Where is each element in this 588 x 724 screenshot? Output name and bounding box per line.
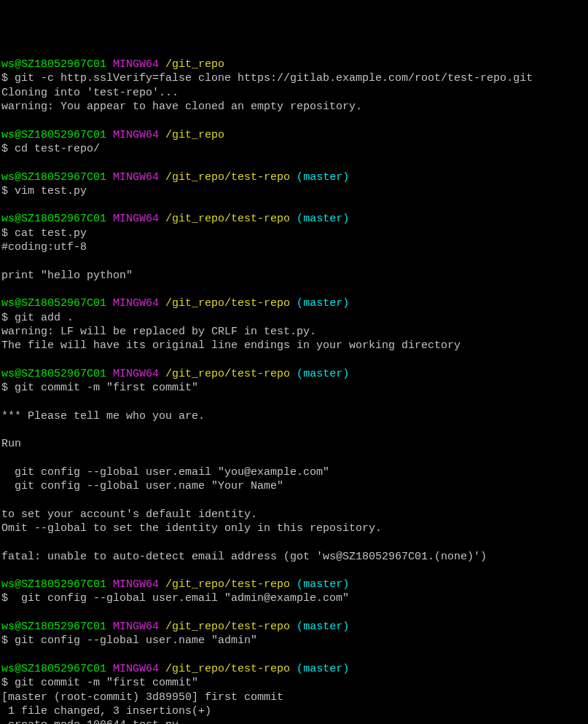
prompt-branch: master [303,171,342,184]
prompt-user: ws@SZ18052967C01 [1,578,106,591]
prompt-user: ws@SZ18052967C01 [1,368,106,380]
prompt-path: /git_repo/test-repo [165,213,290,225]
prompt-space [106,368,113,380]
cmd-cat: cat test.py [15,227,87,240]
prompt-dollar: $ [1,382,15,394]
prompt-dollar: $ [1,634,15,647]
prompt-branch: master [303,663,342,675]
prompt-space [159,213,165,225]
output-clone: Cloning into 'test-repo'... warning: You… [1,87,362,113]
cmd-vim: vim test.py [15,185,87,197]
prompt-path: /git_repo/test-repo [165,368,290,380]
prompt-branch-close: ) [342,621,349,633]
cmd-git-commit-fail: git commit -m "first commit" [15,382,198,394]
prompt-space [159,129,165,141]
prompt-space [106,663,113,675]
prompt-space [159,171,165,184]
prompt-user: ws@SZ18052967C01 [1,171,106,184]
prompt-path: /git_repo [165,58,224,71]
prompt-branch-open: ( [290,213,303,225]
prompt-branch-close: ) [342,171,349,184]
prompt-user: ws@SZ18052967C01 [1,129,106,141]
prompt-branch-open: ( [290,368,303,380]
prompt-dollar: $ [1,72,15,84]
prompt-space [159,368,165,380]
prompt-user: ws@SZ18052967C01 [1,297,106,310]
prompt-space [106,129,113,141]
prompt-space [159,58,165,71]
prompt-path: /git_repo/test-repo [165,621,290,633]
prompt-host: MINGW64 [113,663,159,675]
prompt-path: /git_repo/test-repo [165,578,290,591]
prompt-space [159,663,165,675]
prompt-branch-open: ( [290,297,303,310]
cmd-config-name: git config --global user.name "admin" [15,634,257,647]
prompt-space [159,578,165,591]
prompt-space [106,621,113,633]
output-commit-fail: *** Please tell me who you are. Run git … [1,410,487,563]
prompt-host: MINGW64 [113,621,159,633]
prompt-host: MINGW64 [113,297,159,310]
prompt-branch: master [303,297,342,310]
prompt-branch-close: ) [342,297,349,310]
prompt-dollar: $ [1,227,15,240]
prompt-user: ws@SZ18052967C01 [1,213,106,225]
prompt-user: ws@SZ18052967C01 [1,663,106,675]
prompt-user: ws@SZ18052967C01 [1,621,106,633]
cmd-git-commit: git commit -m "first commit" [15,677,198,689]
terminal-output[interactable]: ws@SZ18052967C01 MINGW64 /git_repo $ git… [1,58,533,724]
prompt-path: /git_repo/test-repo [165,171,290,184]
prompt-host: MINGW64 [113,129,159,141]
prompt-branch-open: ( [290,621,303,633]
cmd-git-clone: git -c http.sslVerify=false clone https:… [15,72,533,84]
prompt-branch-open: ( [290,578,303,591]
prompt-dollar: $ [1,312,15,324]
prompt-host: MINGW64 [113,368,159,380]
prompt-branch-close: ) [342,213,349,225]
prompt-dollar: $ [1,592,21,605]
prompt-user: ws@SZ18052967C01 [1,58,106,71]
prompt-host: MINGW64 [113,58,159,71]
cmd-cd: cd test-repo/ [15,143,100,155]
prompt-path: /git_repo [165,129,224,141]
prompt-dollar: $ [1,143,15,155]
prompt-host: MINGW64 [113,578,159,591]
prompt-host: MINGW64 [113,171,159,184]
prompt-branch: master [303,578,342,591]
prompt-branch-open: ( [290,663,303,675]
output-add: warning: LF will be replaced by CRLF in … [1,326,460,352]
prompt-dollar: $ [1,677,15,689]
prompt-branch-close: ) [342,663,349,675]
prompt-space [106,213,113,225]
prompt-space [106,297,113,310]
prompt-space [106,578,113,591]
output-commit: [master (root-commit) 3d89950] first com… [1,691,283,724]
prompt-space [159,621,165,633]
prompt-branch: master [303,213,342,225]
prompt-branch-close: ) [342,578,349,591]
prompt-space [106,58,113,71]
prompt-branch: master [303,621,342,633]
output-cat: #coding:utf-8 print "hello python" [1,241,133,282]
cmd-config-email: git config --global user.email "admin@ex… [21,592,349,605]
prompt-branch-open: ( [290,171,303,184]
prompt-host: MINGW64 [113,213,159,225]
prompt-branch-close: ) [342,368,349,380]
prompt-branch: master [303,368,342,380]
cmd-git-add: git add . [15,312,74,324]
prompt-path: /git_repo/test-repo [165,663,290,675]
prompt-dollar: $ [1,185,15,197]
prompt-space [106,171,113,184]
prompt-space [159,297,165,310]
prompt-path: /git_repo/test-repo [165,297,290,310]
